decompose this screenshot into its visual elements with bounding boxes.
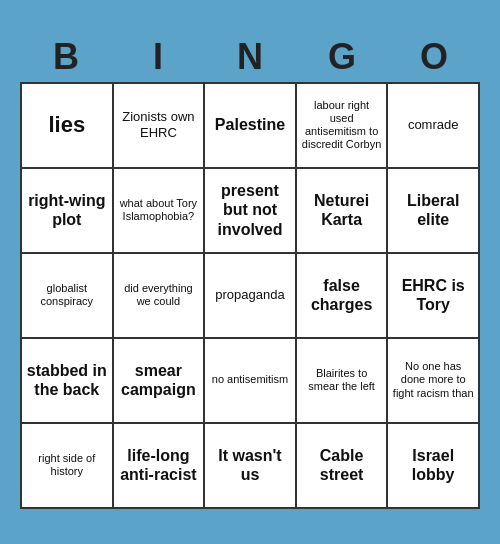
cell-11: did everything we could [114,254,206,339]
cell-8: Neturei Karta [297,169,389,254]
cell-6: what about Tory Islamophobia? [114,169,206,254]
bingo-title: B I N G O [20,36,480,78]
title-i: I [112,36,204,78]
title-g: G [296,36,388,78]
cell-21: life-long anti-racist [114,424,206,509]
cell-22: It wasn't us [205,424,297,509]
cell-3: labour right used antisemitism to discre… [297,84,389,169]
cell-20: right side of history [22,424,114,509]
cell-4: comrade [388,84,480,169]
cell-13: false charges [297,254,389,339]
bingo-card: B I N G O lies Zionists own EHRC Palesti… [10,26,490,519]
cell-24: Israel lobby [388,424,480,509]
cell-19: No one has done more to fight racism tha… [388,339,480,424]
cell-14: EHRC is Tory [388,254,480,339]
cell-23: Cable street [297,424,389,509]
cell-1: Zionists own EHRC [114,84,206,169]
cell-16: smear campaign [114,339,206,424]
cell-2: Palestine [205,84,297,169]
cell-17: no antisemitism [205,339,297,424]
title-b: B [20,36,112,78]
title-o: O [388,36,480,78]
cell-0: lies [22,84,114,169]
bingo-grid: lies Zionists own EHRC Palestine labour … [20,82,480,509]
cell-7: present but not involved [205,169,297,254]
cell-10: globalist conspiracy [22,254,114,339]
title-n: N [204,36,296,78]
cell-5: right-wing plot [22,169,114,254]
cell-18: Blairites to smear the left [297,339,389,424]
cell-12: propaganda [205,254,297,339]
cell-9: Liberal elite [388,169,480,254]
cell-15: stabbed in the back [22,339,114,424]
